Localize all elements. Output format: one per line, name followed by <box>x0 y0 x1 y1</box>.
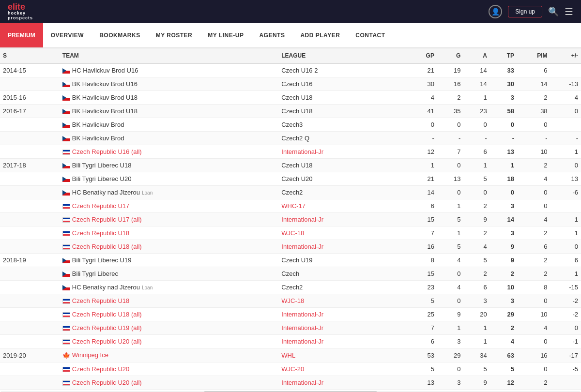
league-link[interactable]: International-Jr <box>281 324 323 332</box>
league-cell: International-Jr <box>278 335 408 348</box>
a-cell: - <box>463 132 489 145</box>
league-link[interactable]: WJC-20 <box>281 365 304 373</box>
logo-elite: elite <box>8 2 25 11</box>
plusminus-cell: 1 <box>550 226 581 240</box>
table-row: Czech Republic U18 WJC-18 7 1 2 3 2 1 <box>0 226 581 240</box>
plusminus-cell: - <box>550 132 581 145</box>
league-cell: WHL <box>278 348 408 362</box>
league-link[interactable]: International-Jr <box>281 311 323 318</box>
nav-item-my-roster[interactable]: MY ROSTER <box>148 23 200 47</box>
a-cell: 0 <box>463 186 489 199</box>
nav-item-premium[interactable]: PREMIUM <box>0 23 43 47</box>
team-name-text[interactable]: Czech Republic U19 (all) <box>72 324 142 332</box>
gp-cell: 12 <box>408 145 437 159</box>
pim-cell: 0 <box>517 186 550 199</box>
intl-flag <box>62 217 70 223</box>
league-cell: WJC-20 <box>278 362 408 376</box>
nav-item-overview[interactable]: OVERVIEW <box>43 23 92 47</box>
table-row: Czech Republic U20 WJC-20 5 0 5 5 0 -5 <box>0 362 581 376</box>
plusminus-cell: -6 <box>550 186 581 199</box>
pim-cell: 0 <box>517 199 550 213</box>
czech-flag <box>62 258 70 263</box>
team-name-text[interactable]: Czech Republic U18 (all) <box>72 243 142 250</box>
user-icon[interactable]: 👤 <box>489 5 502 18</box>
logo-hockey: hockeyprospects <box>8 11 33 21</box>
league-cell: Czech U20 <box>278 172 408 186</box>
a-cell: 9 <box>463 376 489 390</box>
plusminus-cell: -17 <box>550 348 581 362</box>
g-cell: 13 <box>437 172 463 186</box>
signup-button[interactable]: Sign up <box>508 6 542 17</box>
team-name-text[interactable]: Czech Republic U18 (all) <box>72 311 142 318</box>
league-link[interactable]: International-Jr <box>281 379 323 386</box>
nav-item-my-lineup[interactable]: MY LINE-UP <box>200 23 251 47</box>
league-cell: Czech U18 <box>278 91 408 105</box>
league-cell: International-Jr <box>278 321 408 335</box>
nav-item-agents[interactable]: AGENTS <box>251 23 292 47</box>
team-cell: BK Havlickuv Brod <box>60 132 278 145</box>
league-name: Czech2 <box>281 284 303 291</box>
table-row: BK Havlickuv Brod Czech2 Q - - - - - - <box>0 132 581 145</box>
a-cell: 34 <box>463 348 489 362</box>
tp-cell: 2 <box>490 321 517 335</box>
menu-icon[interactable]: ☰ <box>565 6 573 17</box>
team-name-text[interactable]: Czech Republic U18 <box>72 297 130 304</box>
league-link[interactable]: WHC-17 <box>281 202 306 210</box>
team-name-text[interactable]: Winnipeg Ice <box>72 351 108 359</box>
team-cell: Bili Tygri Liberec U18 <box>60 159 278 172</box>
team-name-text[interactable]: Czech Republic U17 (all) <box>72 216 142 223</box>
search-icon[interactable]: 🔍 <box>548 6 559 17</box>
nav-item-contact[interactable]: CONTACT <box>348 23 393 47</box>
team-name-text[interactable]: Czech Republic U17 <box>72 202 130 210</box>
tp-cell: 3 <box>490 199 517 213</box>
season-cell <box>0 294 60 308</box>
plusminus-cell: -1 <box>550 335 581 348</box>
gp-cell: 5 <box>408 294 437 308</box>
team-name-text[interactable]: Czech Republic U20 (all) <box>72 379 142 386</box>
team-name-text[interactable]: Czech Republic U20 <box>72 365 130 373</box>
league-link[interactable]: International-Jr <box>281 148 323 155</box>
team-name-text[interactable]: Czech Republic U18 <box>72 229 130 237</box>
g-cell: 4 <box>437 281 463 294</box>
intl-flag <box>62 380 70 386</box>
czech-flag <box>62 122 70 128</box>
team-name-text[interactable]: Czech Republic U20 (all) <box>72 338 142 345</box>
league-link[interactable]: WJC-18 <box>281 297 304 304</box>
league-name: Czech U18 <box>281 107 312 115</box>
plusminus-cell: -2 <box>550 294 581 308</box>
intl-flag <box>62 367 70 372</box>
pim-cell: 0 <box>517 362 550 376</box>
season-cell <box>0 376 60 390</box>
intl-flag <box>62 339 70 345</box>
czech-flag <box>62 177 70 182</box>
nav-item-add-player[interactable]: ADD PLAYER <box>292 23 348 47</box>
tp-cell: 58 <box>490 105 517 118</box>
plusminus-cell: 0 <box>550 321 581 335</box>
gp-cell: 6 <box>408 335 437 348</box>
table-row: Czech Republic U17 (all) International-J… <box>0 213 581 226</box>
league-name: Czech U16 2 <box>281 67 318 74</box>
tp-cell: 29 <box>490 308 517 321</box>
league-link[interactable]: International-Jr <box>281 338 323 345</box>
league-link[interactable]: International-Jr <box>281 243 323 250</box>
plusminus-cell: 0 <box>550 159 581 172</box>
tp-cell: 3 <box>490 226 517 240</box>
col-g: G <box>437 48 463 63</box>
league-link[interactable]: International-Jr <box>281 216 323 223</box>
gp-cell: 30 <box>408 77 437 91</box>
intl-flag <box>62 326 70 331</box>
nav-item-bookmarks[interactable]: BOOKMARKS <box>92 23 148 47</box>
g-cell: 7 <box>437 145 463 159</box>
plusminus-cell: 1 <box>550 213 581 226</box>
g-cell: 0 <box>437 186 463 199</box>
team-cell: BK Havlickuv Brod U16 <box>60 77 278 91</box>
season-cell <box>0 281 60 294</box>
league-link[interactable]: WHL <box>281 352 295 359</box>
team-name-text[interactable]: Czech Republic U16 (all) <box>72 148 142 155</box>
league-link[interactable]: WJC-18 <box>281 229 304 237</box>
team-name-text: BK Havlickuv Brod U18 <box>72 94 138 101</box>
team-cell: Czech Republic U16 (all) <box>60 145 278 159</box>
tp-cell: 10 <box>490 281 517 294</box>
col-team: TEAM <box>60 48 278 63</box>
league-cell: WHC-17 <box>278 199 408 213</box>
